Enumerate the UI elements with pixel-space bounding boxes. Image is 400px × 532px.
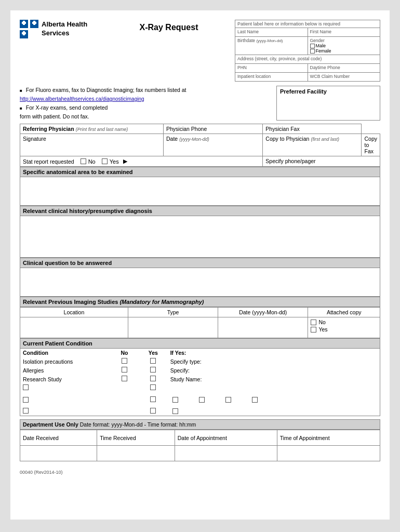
extra-checkbox-row-2 [20,392,380,407]
signature-cell: Signature [20,134,164,156]
col-type-header: Type [128,308,218,317]
attached-yes-checkbox[interactable] [311,327,316,332]
condition-header-row: Condition No Yes If Yes: [20,349,380,357]
extra-checkbox-2f[interactable] [252,397,258,403]
isolation-no-cell [110,357,139,366]
extra-checkbox-3a[interactable] [23,408,29,414]
date-appointment-header: Date of Appointment [175,430,277,446]
isolation-no-checkbox[interactable] [122,358,127,364]
imaging-studies-section: Relevant Previous Imaging Studies (Manda… [20,297,380,338]
patient-inpatient-wcb-row: Inpatient location WCB Claim Number [235,73,380,81]
extra-checkbox-2e[interactable] [225,397,231,403]
col-attached-header: Attached copy [308,308,380,317]
department-use-section: Department Use Only Date format: yyyy-Mo… [20,419,380,461]
research-label: Research Study [20,375,110,383]
footer: 00040 (Rev2014-10) [20,470,380,475]
gender-female-checkbox[interactable] [310,49,315,54]
clinical-question-section: Clinical question to be answered [20,258,380,297]
patient-dob-gender-row: Birthdate (yyyy-Mon-dd) Gender Male Fema… [235,37,380,55]
research-yes-checkbox[interactable] [150,376,156,381]
research-study-name-cell: Study Name: [168,375,380,383]
dept-header-row: Date Received Time Received Date of Appo… [20,430,380,446]
clinical-question-header: Clinical question to be answered [20,258,380,268]
allergies-row: Allergies Specify: [20,366,380,375]
condition-table: Condition No Yes If Yes: Isolation preca… [20,349,380,416]
daytime-phone-cell: Daytime Phone [308,64,380,72]
bullet1: For Fluoro exams, fax to Diagnostic Imag… [20,86,272,103]
patient-name-row: Last Name First Name [235,28,380,37]
patient-condition-header: Current Patient Condition [20,338,380,349]
clinical-history-content [20,216,380,258]
svg-rect-6 [33,21,35,25]
extra-checkbox-1b[interactable] [150,384,156,390]
stat-no-checkbox[interactable] [81,158,86,164]
imaging-attached-cell: No Yes [308,317,380,338]
time-received-value [97,446,175,461]
first-name-cell: First Name [308,28,380,36]
gender-male-item: Male [310,43,378,48]
imaging-date-cell [218,317,308,338]
patient-label-box: Patient label here or information below … [235,20,380,82]
inpatient-location-cell: Inpatient location [235,73,308,81]
stat-yes-checkbox[interactable] [102,158,108,164]
extra-checkbox-3b[interactable] [150,408,156,414]
allergies-yes-checkbox[interactable] [150,367,156,373]
extra-checkbox-2d[interactable] [199,397,205,403]
logo-block: Alberta Health Services [20,20,103,38]
clinical-history-section: Relevant clinical history/presumptive di… [20,206,380,258]
allergies-no-checkbox[interactable] [122,367,127,373]
form-number: 00040 (Rev2014-10) [20,470,63,475]
col-date-header: Date (yyyy-Mon-dd) [218,308,308,317]
main-form-table: Referring Physician (Print first and las… [20,124,380,167]
patient-address-row: Address (street, city, province, postal … [235,55,380,64]
specify-phone-cell: Specify phone/pager [263,156,380,167]
patient-label-notice: Patient label here or information below … [235,20,380,28]
form-page: Alberta Health Services X-Ray Request Pa… [10,10,390,520]
time-appointment-value [277,446,380,461]
address-cell: Address (street, city, province, postal … [235,55,380,63]
imaging-studies-header: Relevant Previous Imaging Studies (Manda… [20,297,380,307]
patient-phn-phone-row: PHN Daytime Phone [235,64,380,73]
allergies-specify-cell: Specify: [168,366,380,375]
gender-male-checkbox[interactable] [310,44,315,48]
physician-fax-cell: Physician Fax [263,124,362,134]
info-bullets: For Fluoro exams, fax to Diagnostic Imag… [20,86,272,121]
physician-row: Referring Physician (Print first and las… [20,124,380,134]
anatomical-header: Specific anatomical area to be examined [20,167,380,177]
diagnostic-imaging-link[interactable]: http://www.albertahealthservices.ca/diag… [20,96,144,102]
allergies-label: Allergies [20,366,110,375]
extra-checkbox-2c[interactable] [172,397,178,403]
date-received-value [20,446,97,461]
physician-phone-cell: Physician Phone [164,124,263,134]
isolation-row: Isolation precautions Specify type: [20,357,380,366]
isolation-specify-cell: Specify type: [168,357,380,366]
extra-checkbox-2a[interactable] [23,397,29,403]
form-title: X-Ray Request [103,20,235,32]
isolation-yes-checkbox[interactable] [150,358,156,364]
anatomical-content [20,177,380,206]
referring-physician-cell: Referring Physician (Print first and las… [20,124,164,134]
research-no-checkbox[interactable] [122,376,127,381]
gender-options: Male Female [310,43,378,54]
copy-fax-cell: Copy to Fax [362,134,380,156]
no-col-header: No [110,349,139,357]
wcb-claim-cell: WCB Claim Number [308,73,380,81]
info-section: For Fluoro exams, fax to Diagnostic Imag… [20,86,380,121]
extra-checkbox-3c[interactable] [172,408,178,414]
attached-yes-item: Yes [311,326,377,332]
attached-no-checkbox[interactable] [311,320,316,325]
allergies-no-cell [110,366,139,375]
gender-cell: Gender Male Female [308,37,380,55]
col-location-header: Location [20,308,128,317]
extra-checkbox-1a[interactable] [23,384,29,390]
patient-condition-section: Current Patient Condition Condition No Y… [20,338,380,416]
stat-report-row: Stat report requested No Yes ▶ Specify p… [20,156,380,167]
clinical-question-content [20,268,380,297]
imaging-type-cell [128,317,218,338]
extra-checkbox-2b[interactable] [150,396,156,402]
copy-physician-cell: Copy to Physician (first and last) [263,134,362,156]
birthdate-cell: Birthdate (yyyy-Mon-dd) [235,37,308,55]
research-no-cell [110,375,139,383]
preferred-facility-label: Preferred Facility [280,88,327,95]
phn-cell: PHN [235,64,308,72]
